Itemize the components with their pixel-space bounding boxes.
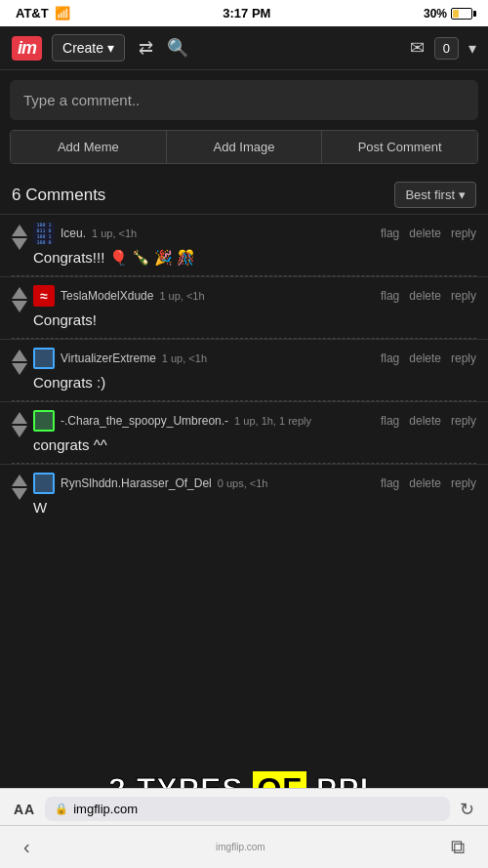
username: TeslaModelXdude [61,289,153,303]
avatar: ≈ [33,285,55,307]
battery-label: 30% [424,7,447,21]
username: -.Chara_the_spoopy_Umbreon.- [61,414,228,428]
comments-list: 100 1011 0100 1100 0 Iceu. 1 up, <1h fla… [0,214,488,525]
comment-text: Congrats :) [33,372,476,393]
comment-reply-link[interactable]: reply [451,289,476,303]
comment-content: -.Chara_the_spoopy_Umbreon.- 1 up, 1h, 1… [33,410,476,455]
comment-text: W [33,497,476,517]
chevron-down-icon: ▾ [107,40,114,56]
vote-col [12,473,27,500]
comment-stats: 1 up, <1h [162,352,207,364]
add-meme-button[interactable]: Add Meme [11,131,167,163]
comment-input-area[interactable]: Type a comment.. [10,80,478,120]
comment-placeholder: Type a comment.. [23,92,140,108]
comment-delete-link[interactable]: delete [409,289,441,303]
comment-flag-link[interactable]: flag [381,289,399,303]
create-button[interactable]: Create ▾ [52,34,125,62]
downvote-button[interactable] [12,301,27,312]
comment-stats: 0 ups, <1h [218,477,268,489]
status-left: AT&T 📶 [16,6,70,21]
comment-reply-link[interactable]: reply [451,476,476,490]
comment-text: congrats ^^ [33,434,476,455]
post-comment-button[interactable]: Post Comment [322,131,477,163]
comment-stats: 1 up, <1h [159,290,204,302]
upvote-button[interactable] [12,350,27,361]
downvote-button[interactable] [12,426,27,437]
downvote-button[interactable] [12,363,27,375]
aa-label[interactable]: AA [14,802,35,817]
browser-bar: AA 🔒 imgflip.com ↻ [0,788,488,829]
comment-meta: VirtualizerExtreme 1 up, <1h flagdeleter… [33,348,476,369]
comment-delete-link[interactable]: delete [409,227,441,240]
vote-col [12,285,27,312]
comment-content: 100 1011 0100 1100 0 Iceu. 1 up, <1h fla… [33,223,476,268]
notification-badge[interactable]: 0 [434,37,459,60]
comment-reply-link[interactable]: reply [451,351,476,365]
sort-button[interactable]: Best first ▾ [394,182,476,208]
comment-content: VirtualizerExtreme 1 up, <1h flagdeleter… [33,348,476,393]
status-right: 30% [424,7,472,21]
nav-icons: ⇄ 🔍 [139,37,400,59]
create-label: Create [62,40,103,56]
comment-content: RynSlhddn.Harasser_Of_Del 0 ups, <1h fla… [33,473,476,517]
url-bar[interactable]: 🔒 imgflip.com [45,797,450,821]
sort-chevron-icon: ▾ [459,187,466,202]
comment-item: ≈ TeslaModelXdude 1 up, <1h flagdeletere… [0,276,488,338]
avatar: 100 1011 0100 1100 0 [33,223,55,244]
copy-button[interactable]: ⧉ [443,832,472,862]
comment-item: RynSlhddn.Harasser_Of_Del 0 ups, <1h fla… [0,464,488,525]
comment-content: ≈ TeslaModelXdude 1 up, <1h flagdeletere… [33,285,476,330]
add-image-button[interactable]: Add Image [167,131,323,163]
comments-header: 6 Comments Best first ▾ [0,174,488,214]
comment-meta: -.Chara_the_spoopy_Umbreon.- 1 up, 1h, 1… [33,410,476,432]
mail-icon[interactable]: ✉ [410,37,425,59]
shuffle-icon[interactable]: ⇄ [139,37,153,59]
comment-text: Congrats!!! 🎈 🍾 🎉 🎊 [33,247,476,268]
comment-meta: 100 1011 0100 1100 0 Iceu. 1 up, <1h fla… [33,223,476,244]
vote-col [12,410,27,437]
comment-delete-link[interactable]: delete [409,351,441,365]
upvote-button[interactable] [12,287,27,299]
action-buttons: Add Meme Add Image Post Comment [10,130,478,164]
comment-reply-link[interactable]: reply [451,227,476,240]
imgflip-watermark: imgflip.com [216,842,265,852]
comment-flag-link[interactable]: flag [381,227,399,240]
avatar [33,473,55,494]
carrier-label: AT&T [16,6,49,21]
comment-flag-link[interactable]: flag [381,414,399,428]
upvote-button[interactable] [12,475,27,486]
comment-actions: flagdeletereply [381,476,476,490]
comment-actions: flagdeletereply [381,414,476,428]
nav-right: ✉ 0 ▾ [410,37,476,60]
search-icon[interactable]: 🔍 [167,37,188,59]
wifi-icon: 📶 [55,6,70,21]
comment-delete-link[interactable]: delete [409,476,441,490]
comment-item: VirtualizerExtreme 1 up, <1h flagdeleter… [0,339,488,400]
downvote-button[interactable] [12,238,27,250]
avatar [33,410,55,432]
comment-actions: flagdeletereply [381,351,476,365]
back-button[interactable]: ‹ [16,832,38,862]
downvote-button[interactable] [12,488,27,500]
comment-delete-link[interactable]: delete [409,414,441,428]
comment-meta: ≈ TeslaModelXdude 1 up, <1h flagdeletere… [33,285,476,307]
comment-item: 100 1011 0100 1100 0 Iceu. 1 up, <1h fla… [0,214,488,275]
comment-flag-link[interactable]: flag [381,351,399,365]
comment-item: -.Chara_the_spoopy_Umbreon.- 1 up, 1h, 1… [0,401,488,463]
status-time: 3:17 PM [223,6,270,21]
avatar [33,348,55,369]
nav-bar: im Create ▾ ⇄ 🔍 ✉ 0 ▾ [0,26,488,70]
username: VirtualizerExtreme [61,351,156,365]
reload-icon[interactable]: ↻ [460,799,474,820]
upvote-button[interactable] [12,412,27,424]
comment-flag-link[interactable]: flag [381,476,399,490]
comment-stats: 1 up, 1h, 1 reply [234,415,311,427]
comment-reply-link[interactable]: reply [451,414,476,428]
upvote-button[interactable] [12,225,27,236]
bottom-bar: ‹ imgflip.com ⧉ [0,825,488,868]
comments-count: 6 Comments [12,186,105,205]
chevron-down-icon[interactable]: ▾ [468,39,476,58]
logo[interactable]: im [12,36,42,61]
username: Iceu. [61,227,86,240]
battery-icon [451,8,472,20]
